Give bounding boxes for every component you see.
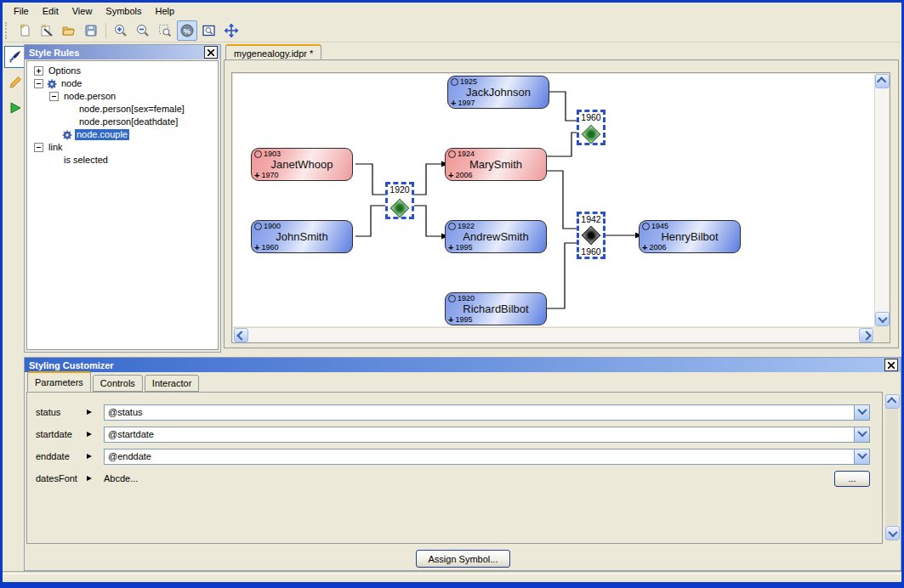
family-link[interactable]: [547, 133, 577, 156]
person-node-andrewsmith[interactable]: 1922AndrewSmith+1995: [445, 220, 547, 253]
family-link[interactable]: [547, 171, 577, 229]
scroll-right-icon[interactable]: [859, 328, 873, 342]
parameter-label: datesFont: [36, 473, 87, 483]
tree-item-node[interactable]: node: [27, 77, 218, 90]
couple-diamond-icon[interactable]: [582, 226, 601, 246]
family-link[interactable]: [547, 243, 577, 308]
death-icon: +: [254, 244, 259, 252]
person-node-janetwhoop[interactable]: 1903JanetWhoop+1970: [251, 148, 353, 181]
font-picker-button[interactable]: ...: [834, 471, 870, 487]
pan-icon[interactable]: [221, 20, 242, 41]
open-folder-icon[interactable]: [59, 20, 79, 41]
menu-file[interactable]: File: [7, 4, 36, 18]
couple-node-1942-1960[interactable]: 19421960: [577, 212, 606, 259]
style-brush-icon[interactable]: [4, 46, 26, 68]
horizontal-scrollbar[interactable]: [233, 327, 874, 342]
scroll-down-icon[interactable]: [875, 312, 890, 326]
vertical-scrollbar[interactable]: [874, 74, 889, 326]
death-year: +2006: [642, 243, 666, 252]
person-node-jackjohnson[interactable]: 1925JackJohnson+1997: [447, 76, 549, 109]
couple-node-1920[interactable]: 1920: [385, 182, 414, 219]
person-node-johnsmith[interactable]: 1900JohnSmith+1960: [251, 220, 353, 253]
zoom-percent-icon[interactable]: %: [177, 20, 197, 41]
application-window: FileEditViewSymbolsHelp %: [0, 0, 904, 588]
status-combobox[interactable]: @status: [104, 404, 870, 421]
overview-icon[interactable]: [199, 20, 219, 41]
person-name: RichardBilbot: [446, 302, 546, 315]
tree-item-node-person[interactable]: node.person: [27, 90, 218, 103]
scroll-left-icon[interactable]: [234, 328, 248, 342]
chevron-down-icon[interactable]: [854, 427, 869, 442]
style-rules-panel: Style Rules Optionsnodenode.personnode.p…: [24, 44, 221, 353]
rule-gear-icon: [62, 130, 72, 140]
tab-controls[interactable]: Controls: [93, 375, 143, 392]
family-link[interactable]: [549, 92, 577, 121]
tab-interactor[interactable]: Interactor: [145, 375, 199, 392]
style-rules-titlebar[interactable]: Style Rules: [25, 45, 220, 59]
tree-item-label: node.person: [62, 91, 117, 102]
collapse-icon[interactable]: [34, 79, 43, 88]
rule-gear-icon: [47, 79, 57, 89]
document-tab[interactable]: mygenealogy.idpr *: [225, 44, 321, 61]
zoom-out-icon[interactable]: [133, 20, 153, 41]
scroll-down-icon[interactable]: [885, 526, 900, 540]
new-document-icon[interactable]: [14, 20, 35, 41]
styling-customizer-titlebar[interactable]: Styling Customizer: [25, 358, 901, 372]
customizer-scrollbar[interactable]: [885, 394, 898, 540]
menu-view[interactable]: View: [65, 4, 99, 18]
edit-wand-icon[interactable]: [37, 20, 57, 41]
svg-text:%: %: [184, 25, 191, 35]
family-link[interactable]: [414, 164, 443, 195]
run-icon[interactable]: [4, 97, 26, 119]
tree-item-label: node.couple: [75, 129, 129, 140]
close-icon[interactable]: [884, 359, 898, 371]
tree-item-options[interactable]: Options: [27, 65, 218, 77]
tree-item-label: node: [60, 78, 83, 89]
scroll-up-icon[interactable]: [875, 74, 890, 88]
chevron-down-icon[interactable]: [854, 449, 869, 464]
collapse-icon[interactable]: [34, 143, 43, 152]
person-node-richardbilbot[interactable]: 1920RichardBilbot+1995: [445, 292, 547, 325]
edit-pencil-icon[interactable]: [4, 71, 26, 93]
person-node-marysmith[interactable]: 1924MarySmith+2006: [445, 148, 547, 181]
tree-item-link[interactable]: link: [27, 141, 218, 154]
collapse-icon[interactable]: [49, 92, 59, 101]
menu-help[interactable]: Help: [149, 4, 182, 18]
chevron-down-icon[interactable]: [854, 405, 869, 420]
tree-item-node-couple[interactable]: node.couple: [27, 128, 218, 141]
close-icon[interactable]: [204, 46, 218, 59]
parameter-arrow-icon[interactable]: [87, 432, 92, 437]
enddate-combobox[interactable]: @enddate: [104, 449, 870, 465]
tree-item-node-person-sex-female-[interactable]: node.person[sex=female]: [27, 103, 218, 116]
birth-year: 1924: [448, 150, 475, 158]
couple-diamond-icon[interactable]: [582, 125, 601, 144]
zoom-area-icon[interactable]: [155, 20, 175, 41]
marriage-year: 1942: [580, 214, 601, 224]
family-link[interactable]: [414, 206, 443, 236]
couple-diamond-icon[interactable]: [390, 199, 410, 218]
scroll-up-icon[interactable]: [885, 394, 900, 409]
death-icon: +: [451, 99, 456, 107]
expand-icon[interactable]: [34, 66, 43, 76]
family-link[interactable]: [355, 164, 385, 195]
save-icon[interactable]: [81, 20, 101, 41]
parameter-arrow-icon[interactable]: [87, 410, 92, 415]
tree-item-node-person-deathdate-[interactable]: node.person[deathdate]: [27, 116, 218, 128]
menu-symbols[interactable]: Symbols: [99, 4, 148, 18]
tab-parameters[interactable]: Parameters: [27, 371, 91, 392]
customizer-parameters-body: status@statusstartdate@startdateenddate@…: [26, 392, 883, 544]
parameter-arrow-icon[interactable]: [87, 454, 92, 459]
menu-edit[interactable]: Edit: [36, 4, 65, 18]
death-icon: +: [448, 316, 453, 324]
family-link[interactable]: [355, 206, 385, 236]
assign-symbol-button[interactable]: Assign Symbol...: [416, 550, 510, 568]
zoom-in-icon[interactable]: [111, 20, 131, 41]
diagram-view-frame: 1925JackJohnson+19971903JanetWhoop+19701…: [231, 72, 890, 343]
parameter-arrow-icon[interactable]: [87, 476, 92, 481]
person-node-henrybilbot[interactable]: 1945HenryBilbot+2006: [639, 220, 741, 253]
toolbar-grip[interactable]: [5, 22, 9, 39]
couple-node-1960[interactable]: 1960: [577, 110, 606, 145]
diagram-viewport[interactable]: 1925JackJohnson+19971903JanetWhoop+19701…: [233, 74, 874, 326]
tree-item-is-selected[interactable]: is selected: [27, 154, 218, 167]
startdate-combobox[interactable]: @startdate: [104, 427, 870, 443]
